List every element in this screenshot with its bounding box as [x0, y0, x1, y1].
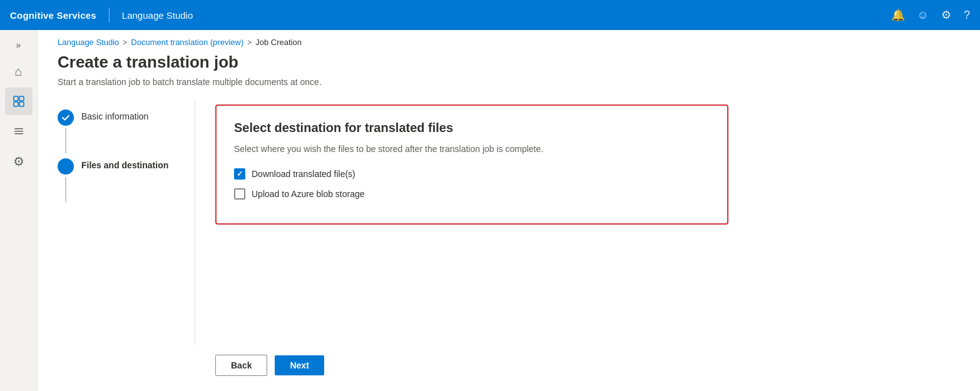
- page-subtitle: Start a translation job to batch transla…: [58, 77, 960, 87]
- bell-icon[interactable]: 🔔: [891, 8, 905, 22]
- breadcrumb-link-2[interactable]: Document translation (preview): [131, 38, 243, 47]
- smiley-icon[interactable]: ☺: [917, 9, 929, 22]
- step-2-label: Files and destination: [81, 158, 168, 170]
- page-header: Create a translation job Start a transla…: [38, 52, 980, 89]
- content-area: Language Studio > Document translation (…: [38, 30, 980, 391]
- step-1-label: Basic information: [81, 109, 148, 121]
- main-panel: Select destination for translated files …: [195, 99, 960, 345]
- sidebar-item-home[interactable]: ⌂: [5, 58, 33, 85]
- svg-rect-2: [14, 102, 18, 106]
- help-icon[interactable]: ?: [964, 9, 970, 22]
- svg-rect-3: [19, 102, 24, 106]
- sidebar-item-list[interactable]: [5, 118, 33, 145]
- checkbox-azure-box[interactable]: [234, 188, 245, 200]
- checkbox-azure[interactable]: Upload to Azure blob storage: [234, 188, 710, 200]
- product-name: Cognitive Services: [10, 10, 96, 21]
- sidebar: » ⌂ ⚙: [0, 30, 38, 391]
- checkbox-download-label: Download translated file(s): [252, 169, 355, 179]
- gear-icon[interactable]: ⚙: [941, 8, 951, 22]
- page-title: Create a translation job: [58, 52, 960, 73]
- sidebar-item-settings[interactable]: ⚙: [5, 148, 33, 175]
- breadcrumb-link-1[interactable]: Language Studio: [58, 38, 119, 47]
- top-bar-icons: 🔔 ☺ ⚙ ?: [891, 8, 970, 22]
- breadcrumb-sep-2: >: [247, 38, 252, 47]
- top-bar-divider: [109, 8, 110, 23]
- checkbox-download[interactable]: Download translated file(s): [234, 168, 710, 180]
- back-button[interactable]: Back: [215, 355, 267, 376]
- checkbox-azure-label: Upload to Azure blob storage: [252, 189, 365, 199]
- sidebar-collapse-button[interactable]: »: [16, 35, 21, 55]
- next-button[interactable]: Next: [275, 355, 324, 375]
- step-2-circle: [58, 158, 74, 175]
- checkbox-download-box[interactable]: [234, 168, 245, 180]
- svg-rect-4: [14, 128, 23, 129]
- sidebar-item-projects[interactable]: [5, 88, 33, 115]
- card-description: Select where you wish the files to be st…: [234, 143, 710, 156]
- svg-rect-0: [14, 96, 18, 101]
- main-layout: » ⌂ ⚙ Language Studio > Document transla…: [0, 30, 980, 391]
- svg-rect-1: [19, 96, 24, 101]
- step-item-1: Basic information: [58, 104, 195, 158]
- destination-card: Select destination for translated files …: [215, 104, 728, 225]
- breadcrumb-current: Job Creation: [255, 38, 302, 47]
- svg-rect-5: [14, 131, 23, 132]
- card-title: Select destination for translated files: [234, 121, 710, 135]
- bottom-bar: Back Next: [38, 345, 980, 391]
- top-bar: Cognitive Services Language Studio 🔔 ☺ ⚙…: [0, 0, 980, 30]
- breadcrumb: Language Studio > Document translation (…: [38, 30, 980, 52]
- svg-rect-6: [14, 133, 23, 135]
- steps-panel: Basic information Files and destination: [58, 99, 195, 345]
- app-name: Language Studio: [122, 10, 193, 21]
- step-item-2: Files and destination: [58, 153, 195, 207]
- step-1-circle: [58, 109, 74, 126]
- breadcrumb-sep-1: >: [123, 38, 127, 47]
- two-col-layout: Basic information Files and destination …: [38, 89, 980, 345]
